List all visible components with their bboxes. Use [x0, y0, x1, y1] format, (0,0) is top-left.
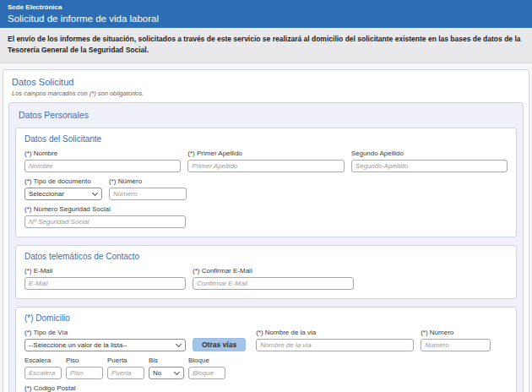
numero-via-label: (*) Número — [421, 329, 491, 336]
bloque-input[interactable] — [188, 367, 225, 379]
bloque-label: Bloque — [188, 357, 225, 364]
row-via: (*) Tipo de Vía --Seleccione un valor de… — [24, 329, 508, 351]
field-email: (*) E-Mail — [24, 267, 186, 290]
fieldset-datos-telematicos: Datos telemáticos de Contacto (*) E-Mail… — [15, 245, 517, 299]
numero-documento-label: (*) Número — [109, 177, 187, 185]
field-codigo-postal: (*) Código Postal — [24, 384, 103, 392]
puerta-input[interactable] — [107, 367, 144, 379]
field-nombre: (*) Nombre — [24, 150, 181, 172]
email-input[interactable] — [24, 277, 186, 290]
email-label: (*) E-Mail — [24, 267, 186, 275]
panel-datos-personales: Datos Personales Datos del Solicitante (… — [8, 102, 524, 392]
field-escalera: Escalera — [24, 357, 62, 379]
section-title-datos-solicitud: Datos Solicitud — [12, 77, 524, 87]
nombre-via-input[interactable] — [256, 339, 414, 351]
tipo-via-selected-value: --Seleccione un valor de la lista-- — [29, 341, 128, 349]
field-numero-seguridad-social: (*) Número Seguridad Social — [24, 205, 186, 228]
field-piso: Piso — [66, 357, 103, 379]
fieldset-title-datos-solicitante: Datos del Solicitante — [24, 134, 508, 144]
bis-selected-value: No — [153, 369, 161, 377]
bis-select[interactable]: No — [149, 367, 184, 379]
nss-label: (*) Número Seguridad Social — [24, 205, 186, 213]
required-fields-note: Los campos marcados con (*) son obligato… — [12, 90, 524, 97]
piso-label: Piso — [66, 357, 103, 364]
tipo-documento-select[interactable]: Seleccionar — [24, 188, 102, 200]
segundo-apellido-input[interactable] — [351, 160, 508, 172]
escalera-label: Escalera — [24, 357, 62, 364]
primer-apellido-label: (*) Primer Apellido — [187, 150, 344, 157]
codigo-postal-label: (*) Código Postal — [24, 384, 103, 392]
field-numero-documento: (*) Número — [109, 177, 187, 200]
nombre-via-label: (*) Nombre de la via — [256, 329, 414, 336]
confirmar-email-input[interactable] — [193, 277, 354, 290]
field-puerta: Puerta — [107, 357, 144, 379]
numero-documento-input[interactable] — [109, 188, 187, 200]
fieldset-domicilio: (*) Domicilio (*) Tipo de Vía --Seleccio… — [15, 307, 517, 392]
nombre-input[interactable] — [24, 160, 181, 172]
field-bis: Bis No — [149, 357, 184, 379]
primer-apellido-input[interactable] — [187, 160, 344, 172]
row-email: (*) E-Mail (*) Confirmar E-Mail — [24, 267, 508, 290]
field-segundo-apellido: Segundo Apellido — [351, 150, 508, 172]
otras-vias-button[interactable]: Otras vías — [193, 338, 246, 351]
row-nss: (*) Número Seguridad Social — [24, 205, 508, 228]
chevron-down-icon — [176, 340, 182, 346]
tipo-via-label: (*) Tipo de Vía — [24, 329, 186, 336]
numero-via-input[interactable] — [421, 339, 491, 351]
fieldset-title-domicilio: (*) Domicilio — [24, 313, 508, 323]
tipo-documento-selected-value: Seleccionar — [29, 190, 64, 198]
escalera-input[interactable] — [24, 367, 62, 379]
chevron-down-icon — [174, 368, 180, 374]
field-primer-apellido: (*) Primer Apellido — [187, 150, 344, 172]
site-name: Sede Electrónica — [8, 3, 524, 12]
field-tipo-via: (*) Tipo de Vía --Seleccione un valor de… — [24, 329, 186, 351]
piso-input[interactable] — [66, 367, 103, 379]
field-numero-via: (*) Número — [421, 329, 491, 351]
segundo-apellido-label: Segundo Apellido — [351, 150, 508, 157]
tipo-documento-label: (*) Tipo de documento — [24, 177, 102, 185]
field-nombre-via: (*) Nombre de la via — [256, 329, 414, 351]
fieldset-title-datos-telematicos: Datos telemáticos de Contacto — [24, 252, 508, 261]
panel-title-datos-personales: Datos Personales — [19, 110, 518, 120]
datos-solicitud-container: Datos Solicitud Los campos marcados con … — [3, 69, 529, 392]
field-bloque: Bloque — [188, 357, 225, 379]
info-notice: El envío de los informes de situación, s… — [0, 28, 532, 63]
fieldset-datos-solicitante: Datos del Solicitante (*) Nombre (*) Pri… — [15, 128, 517, 237]
bis-label: Bis — [149, 357, 184, 364]
page-header: Sede Electrónica Solicitud de informe de… — [0, 0, 532, 28]
nss-input[interactable] — [24, 215, 186, 228]
tipo-via-select[interactable]: --Seleccione un valor de la lista-- — [24, 339, 186, 351]
chevron-down-icon — [92, 189, 98, 195]
puerta-label: Puerta — [107, 357, 144, 364]
field-tipo-documento: (*) Tipo de documento Seleccionar — [24, 177, 102, 200]
field-confirmar-email: (*) Confirmar E-Mail — [193, 267, 354, 290]
row-codigo-postal: (*) Código Postal Cargar localidades — [24, 384, 508, 392]
row-documento: (*) Tipo de documento Seleccionar (*) Nú… — [24, 177, 508, 200]
row-nombre-apellidos: (*) Nombre (*) Primer Apellido Segundo A… — [24, 150, 508, 172]
page-title: Solicitud de informe de vida laboral — [8, 13, 524, 24]
confirmar-email-label: (*) Confirmar E-Mail — [193, 267, 354, 275]
row-detalle-domicilio: Escalera Piso Puerta Bis No — [24, 357, 508, 379]
nombre-label: (*) Nombre — [24, 150, 181, 157]
